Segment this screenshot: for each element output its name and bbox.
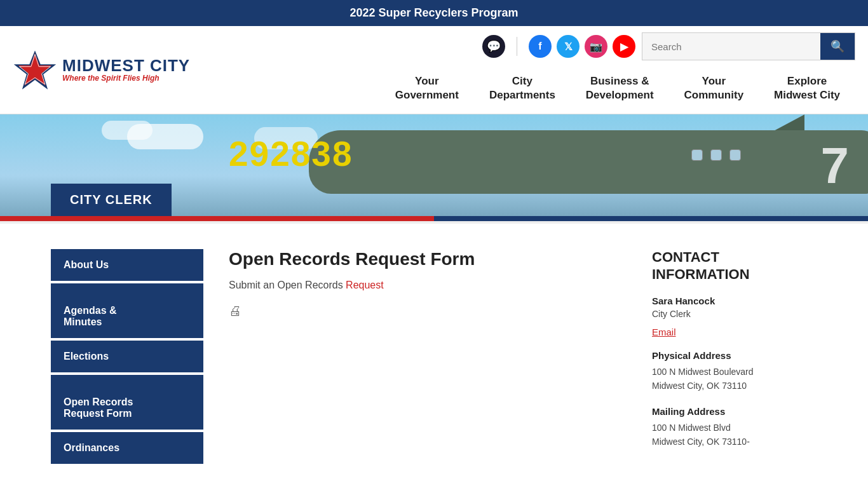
sidebar: About Us Agendas &Minutes Elections Open…: [51, 249, 203, 464]
instagram-icon[interactable]: 📷: [585, 35, 607, 58]
twitter-icon[interactable]: 𝕏: [557, 35, 580, 58]
sidebar-item-elections[interactable]: Elections: [51, 341, 203, 372]
navigation: YourGovernment CityDepartments Business …: [380, 69, 855, 107]
youtube-icon[interactable]: ▶: [613, 35, 635, 58]
print-icon[interactable]: 🖨: [229, 304, 248, 323]
logo-title: MIDWEST CITY: [62, 57, 190, 74]
mailing-address: 100 N Midwest Blvd Midwest City, OK 7311…: [652, 421, 817, 449]
nav-explore[interactable]: ExploreMidwest City: [759, 69, 855, 107]
svg-marker-1: [18, 53, 52, 86]
social-icons: f 𝕏 📷 ▶: [529, 35, 635, 58]
main-area: Open Records Request Form Submit an Open…: [229, 243, 627, 464]
sidebar-item-about-us[interactable]: About Us: [51, 249, 203, 281]
logo-text: MIDWEST CITY Where the Spirit Flies High: [62, 57, 190, 83]
nav-city-departments[interactable]: CityDepartments: [474, 69, 571, 107]
contact-name: Sara Hancock: [652, 295, 817, 306]
nav-your-government[interactable]: YourGovernment: [380, 69, 474, 107]
hero-banner: 292838 7 CITY CLERK: [0, 114, 868, 216]
physical-address: 100 N Midwest Boulevard Midwest City, OK…: [652, 365, 817, 393]
sidebar-item-ordinances[interactable]: Ordinances: [51, 432, 203, 464]
contact-section-title: CONTACTINFORMATION: [652, 249, 817, 283]
nav-your-community[interactable]: YourCommunity: [669, 69, 759, 107]
color-bar: [0, 216, 868, 221]
logo-star-icon: [13, 48, 57, 92]
city-clerk-badge: CITY CLERK: [51, 184, 172, 216]
contact-role: City Clerk: [652, 309, 817, 319]
search-button[interactable]: 🔍: [820, 33, 855, 60]
chat-icon-wrapper[interactable]: 💬: [482, 35, 505, 58]
nav-business-development[interactable]: Business &Development: [571, 69, 669, 107]
plane-number: 292838: [229, 133, 353, 174]
header: MIDWEST CITY Where the Spirit Flies High…: [0, 26, 868, 114]
mailing-address-label: Mailing Address: [652, 406, 817, 417]
physical-address-label: Physical Address: [652, 350, 817, 361]
page-title: Open Records Request Form: [229, 249, 627, 269]
banner-text: 2022 Super Recyclers Program: [349, 6, 518, 19]
logo-subtitle: Where the Spirit Flies High: [62, 74, 190, 83]
request-link[interactable]: Request: [346, 280, 384, 290]
logo-area: MIDWEST CITY Where the Spirit Flies High: [13, 48, 203, 92]
top-banner: 2022 Super Recyclers Program: [0, 0, 868, 26]
page-subtitle: Submit an Open Records Request: [229, 280, 627, 291]
sidebar-item-agendas-minutes[interactable]: Agendas &Minutes: [51, 283, 203, 338]
vertical-divider: [517, 37, 517, 56]
contact-info: CONTACTINFORMATION Sara Hancock City Cle…: [652, 243, 817, 464]
sidebar-item-open-records[interactable]: Open RecordsRequest Form: [51, 375, 203, 430]
main-content: About Us Agendas &Minutes Elections Open…: [0, 224, 868, 483]
header-right: 💬 f 𝕏 📷 ▶ 🔍 YourGovernment CityDepartmen…: [203, 32, 855, 107]
search-input[interactable]: [642, 33, 820, 60]
header-top-right: 💬 f 𝕏 📷 ▶ 🔍: [482, 32, 855, 60]
chat-icon[interactable]: 💬: [482, 35, 505, 58]
search-bar: 🔍: [642, 32, 855, 60]
contact-email-link[interactable]: Email: [652, 327, 817, 337]
facebook-icon[interactable]: f: [529, 35, 552, 58]
